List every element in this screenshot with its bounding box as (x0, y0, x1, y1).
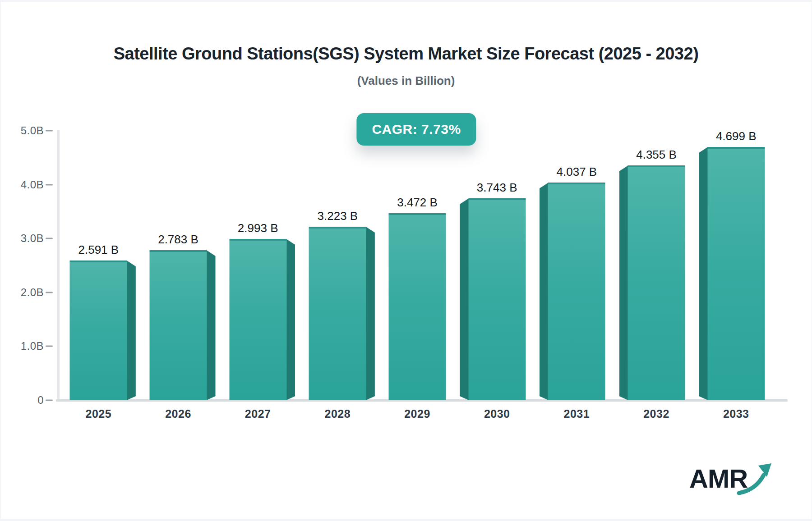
bar-value-label: 2.591 B (78, 243, 119, 257)
y-tick-dash (46, 292, 53, 293)
bar-side-face (286, 239, 295, 400)
chart-canvas: Satellite Ground Stations(SGS) System Ma… (0, 0, 812, 521)
y-tick-dash (46, 346, 53, 347)
bar-slot: 4.355 B (617, 130, 697, 400)
x-axis-label: 2027 (218, 407, 298, 426)
x-axis-label: 2033 (696, 407, 776, 426)
page-title: Satellite Ground Stations(SGS) System Ma… (0, 44, 812, 64)
x-axis-label: 2029 (378, 407, 457, 426)
x-axis-label: 2030 (457, 407, 537, 426)
y-tick-label: 0 (9, 394, 44, 407)
bar-value-label: 3.223 B (318, 209, 358, 223)
y-tick-dash (46, 130, 53, 132)
bar (707, 147, 765, 400)
y-tick-dash (46, 400, 53, 401)
x-axis-label: 2028 (298, 407, 378, 426)
bar-side-face (699, 147, 708, 400)
x-axis-label: 2031 (537, 407, 617, 426)
bar-side-face (460, 198, 469, 400)
bar-value-label: 4.037 B (557, 165, 597, 179)
bar-slot: 4.037 B (537, 130, 617, 400)
y-tick-label: 5.0B (9, 124, 44, 137)
x-axis-label: 2032 (617, 407, 697, 426)
bar (70, 260, 127, 400)
y-tick-label: 1.0B (9, 340, 44, 352)
y-tick-dash (46, 184, 53, 185)
growth-arrow-icon (737, 462, 772, 496)
bar-slot: 2.591 B (59, 130, 138, 400)
bar (628, 165, 685, 400)
bar-value-label: 4.355 B (636, 148, 677, 162)
y-tick-label: 4.0B (9, 178, 44, 191)
y-tick-label: 2.0B (9, 286, 44, 299)
amr-logo: AMR (689, 463, 780, 499)
bar-value-label: 3.743 B (477, 181, 517, 195)
bar (309, 227, 366, 400)
bar (389, 213, 446, 400)
x-axis-labels: 202520262027202820292030203120322033 (59, 407, 776, 426)
bar-side-face (127, 260, 136, 400)
bar-slot: 2.783 B (138, 130, 218, 400)
bar-slot: 3.223 B (298, 130, 378, 400)
bar (150, 250, 207, 400)
y-tick-dash (46, 238, 53, 239)
bar (229, 239, 286, 400)
bar-value-label: 3.472 B (397, 196, 438, 210)
bars-area: 2.591 B2.783 B2.993 B3.223 B3.472 B3.743… (59, 130, 776, 400)
bar-side-face (207, 250, 216, 400)
chart-subtitle: (Values in Billion) (0, 74, 812, 88)
bar-value-label: 2.783 B (158, 233, 198, 247)
bar (548, 183, 605, 400)
bar-side-face (366, 227, 375, 400)
bar-slot: 2.993 B (218, 130, 298, 400)
bar-value-label: 2.993 B (238, 221, 278, 235)
bar (468, 198, 526, 400)
bar-side-face (540, 183, 549, 400)
bar-slot: 3.743 B (457, 130, 537, 400)
x-axis-label: 2026 (138, 407, 218, 426)
x-axis-label: 2025 (59, 407, 138, 426)
bar-value-label: 4.699 B (716, 129, 757, 143)
bar-slot: 4.699 B (696, 130, 776, 400)
bar-slot: 3.472 B (378, 130, 457, 400)
bar-side-face (619, 165, 628, 400)
y-tick-label: 3.0B (9, 232, 44, 245)
